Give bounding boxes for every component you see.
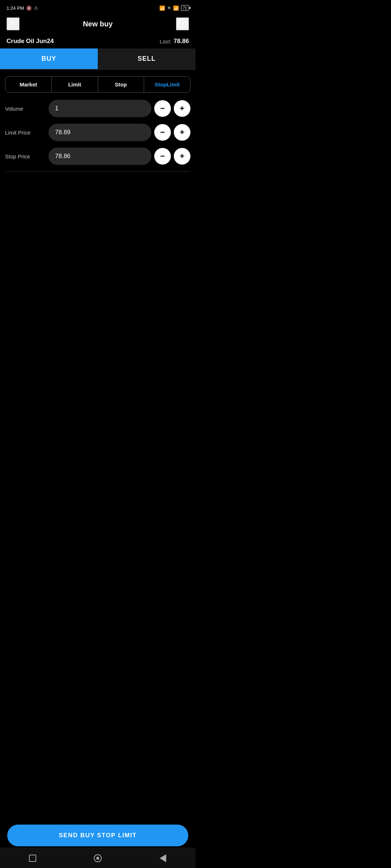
battery-icon: 71 <box>181 5 189 11</box>
volume-label: Volume <box>5 106 49 112</box>
volume-input[interactable] <box>49 100 151 117</box>
volume-increment-button[interactable]: + <box>174 100 190 117</box>
mute-icon: 🔇 <box>26 5 32 11</box>
stop-price-row: Stop Price − + <box>5 148 190 165</box>
stop-price-decrement-button[interactable]: − <box>154 148 171 165</box>
buy-sell-tabs: BUY SELL <box>0 48 196 70</box>
volume-controls: − + <box>49 100 190 117</box>
status-icons: 📶 ✕ 📶 71 <box>159 5 189 11</box>
limit-price-label: Limit Price <box>5 129 49 136</box>
stop-price-label: Stop Price <box>5 153 49 159</box>
limit-price-controls: − + <box>49 124 190 141</box>
top-nav: ✕ New buy <box>0 14 196 35</box>
fields-section: Volume − + Limit Price − + Stop Price − … <box>0 96 196 165</box>
last-price: 78.86 <box>173 38 189 45</box>
status-time-area: 1:24 PM 🔇 ⚠ <box>7 5 38 11</box>
tab-limit[interactable]: Limit <box>52 77 98 92</box>
page-title: New buy <box>83 20 113 28</box>
status-time: 1:24 PM <box>7 5 24 11</box>
volume-row: Volume − + <box>5 100 190 117</box>
limit-price-increment-button[interactable]: + <box>174 124 190 141</box>
limit-price-decrement-button[interactable]: − <box>154 124 171 141</box>
tab-stop[interactable]: Stop <box>98 77 144 92</box>
limit-price-row: Limit Price − + <box>5 124 190 141</box>
limit-price-input[interactable] <box>49 124 151 141</box>
order-type-tabs: Market Limit Stop StopLimit <box>5 76 190 93</box>
instrument-name: Crude Oil Jun24 <box>7 38 54 45</box>
last-label: Last: <box>160 38 172 44</box>
instrument-row: Crude Oil Jun24 Last: 78.86 <box>0 35 196 48</box>
volume-decrement-button[interactable]: − <box>154 100 171 117</box>
tab-buy[interactable]: BUY <box>0 48 98 69</box>
status-bar: 1:24 PM 🔇 ⚠ 📶 ✕ 📶 71 <box>0 0 196 14</box>
tab-market[interactable]: Market <box>5 77 52 92</box>
divider <box>5 171 190 172</box>
stop-price-controls: − + <box>49 148 190 165</box>
gear-icon <box>178 19 187 29</box>
settings-button[interactable] <box>176 17 189 30</box>
stop-price-increment-button[interactable]: + <box>174 148 190 165</box>
svg-point-0 <box>181 23 184 25</box>
tab-sell[interactable]: SELL <box>98 48 196 69</box>
bluetooth-icon: 📶 <box>159 5 165 11</box>
wifi-icon: 📶 <box>173 5 179 11</box>
stop-price-input[interactable] <box>49 148 151 165</box>
close-button[interactable]: ✕ <box>7 17 20 30</box>
tab-stoplimit[interactable]: StopLimit <box>144 77 190 92</box>
warning-icon: ⚠ <box>34 5 38 10</box>
instrument-price-area: Last: 78.86 <box>160 38 189 45</box>
close-circle-icon: ✕ <box>167 5 171 10</box>
